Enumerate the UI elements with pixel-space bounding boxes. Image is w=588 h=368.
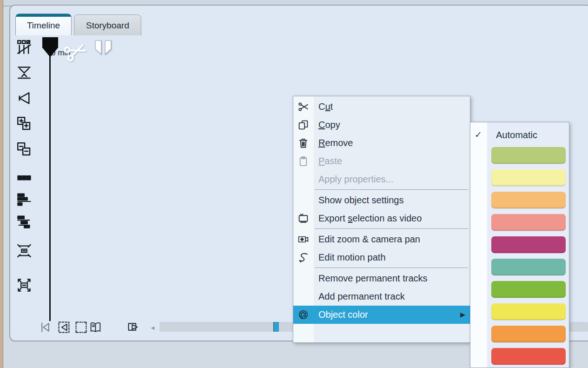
copy-icon [297,119,309,131]
scroll-left-arrow-icon[interactable]: ◄ [150,324,156,331]
zoom-in-timeline-icon[interactable] [17,116,33,132]
menu-item-label: Show object settings [318,191,403,209]
menu-item-cut[interactable]: Cut [293,98,470,116]
automatic-label: Automatic [496,125,537,145]
menu-separator [315,189,468,190]
staggered-row-view-icon[interactable] [17,214,33,230]
color-swatch-salmon[interactable] [491,214,566,231]
fit-view-icon[interactable] [17,243,33,259]
menu-item-export-selection-as-video[interactable]: Export selection as video [293,209,470,227]
scissors-icon [297,101,309,113]
menu-item-add-permanent-track[interactable]: Add permanent track [293,288,470,306]
color-swatch-teal[interactable] [491,259,566,275]
trash-icon [297,137,309,149]
playhead-line[interactable] [49,40,51,321]
color-swatch-pale-yellow[interactable] [491,169,566,186]
tab-storyboard[interactable]: Storyboard [74,14,141,35]
menu-item-label: Remove [318,134,353,152]
razor-scissors-icon[interactable] [63,39,87,65]
arrange-objects-icon[interactable] [17,40,33,55]
context-menu: CutCopyRemovePasteApply properties...Sho… [293,96,470,343]
split-marker-icon[interactable] [94,40,112,58]
menu-item-label: Paste [318,152,342,170]
menu-item-label: Apply properties... [318,170,393,188]
check-icon: ✓ [475,125,482,145]
menu-item-label: Cut [318,98,333,116]
submenu-arrow-icon: ▶ [460,306,465,324]
menu-item-remove-permanent-tracks[interactable]: Remove permanent tracks [293,269,470,288]
tab-storyboard-label: Storyboard [74,15,141,36]
clipboard-icon [297,155,309,167]
motion-path-icon [297,252,309,263]
menu-separator [315,268,468,268]
tv-icon [297,213,309,224]
palette-icon [297,309,309,321]
menu-item-show-object-settings[interactable]: Show object settings [293,191,470,209]
tab-timeline-label: Timeline [16,14,71,36]
menu-item-apply-properties: Apply properties... [293,170,470,188]
color-swatch-red[interactable] [491,348,566,365]
color-option-automatic[interactable]: ✓ Automatic [470,125,569,145]
scrollbar-thumb[interactable] [273,322,279,332]
menu-item-paste: Paste [293,152,470,170]
menu-item-edit-zoom-camera-pan[interactable]: Edit zoom & camera pan [293,230,470,248]
menu-item-edit-motion-path[interactable]: Edit motion path [293,248,470,267]
play-selection-icon[interactable] [58,321,70,334]
zoom-out-timeline-icon[interactable] [17,142,33,158]
submenu-check-gutter [470,122,487,368]
menu-separator [315,228,468,229]
storyboard-book-icon[interactable] [89,321,102,334]
color-swatch-light-orange[interactable] [491,192,566,208]
menu-item-copy[interactable]: Copy [293,116,470,134]
single-row-view-icon[interactable] [17,170,33,186]
keyframe-track-icon[interactable] [17,91,33,107]
object-color-submenu: ✓ Automatic [470,122,569,368]
color-swatch-yellow[interactable] [491,303,566,320]
menu-item-label: Export selection as video [318,209,422,227]
menu-item-label: Add permanent track [318,288,405,306]
play-range-icon[interactable] [127,321,140,334]
menu-item-label: Remove permanent tracks [318,269,428,288]
expand-view-icon[interactable] [17,278,33,294]
multi-row-view-icon[interactable] [17,192,33,208]
menu-item-object-color[interactable]: Object color▶ [293,306,470,324]
color-swatch-orange[interactable] [491,326,566,342]
insert-gap-icon[interactable] [17,65,33,81]
menu-item-label: Edit zoom & camera pan [318,230,420,248]
color-swatch-magenta[interactable] [491,236,566,253]
fit-selection-icon[interactable] [75,321,87,334]
color-swatch-yellow-green[interactable] [491,147,566,164]
menu-item-remove[interactable]: Remove [293,134,470,152]
menu-item-label: Object color [318,306,368,324]
menu-item-label: Edit motion path [318,248,386,267]
camera-pan-icon [297,234,309,245]
menu-item-label: Copy [318,116,340,134]
tab-timeline[interactable]: Timeline [15,13,72,35]
skip-to-start-icon[interactable] [39,321,52,334]
window-left-edge [0,0,3,368]
color-swatch-green[interactable] [491,281,566,298]
tab-timeline-accent [16,14,71,17]
